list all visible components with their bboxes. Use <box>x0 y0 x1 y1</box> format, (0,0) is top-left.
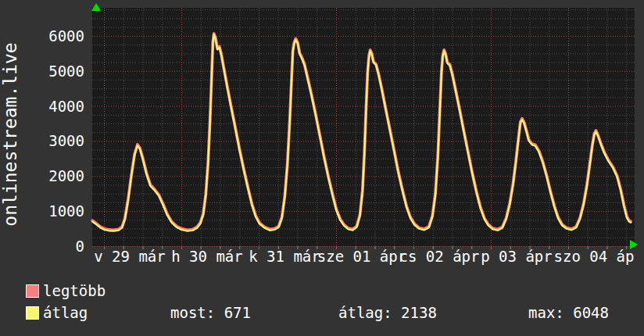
y-axis-label: 6000 <box>22 27 84 45</box>
legend-label-legtobb: legtöbb <box>43 282 106 299</box>
rrd-graph-window: onlinestream.live 6000500040003000200010… <box>0 0 644 336</box>
y-axis-label: 5000 <box>22 63 84 80</box>
x-axis-label: szo 04 áp <box>539 248 644 265</box>
plot-area <box>92 8 635 246</box>
x-axis-arrow-icon <box>630 240 638 249</box>
legend-swatch-atlag <box>26 306 39 320</box>
graph-title-vertical: onlinestream.live <box>0 5 20 263</box>
y-axis-arrow-icon <box>91 3 101 11</box>
stat-atlag: átlag: 2138 <box>338 304 437 321</box>
legend-label-atlag: átlag <box>43 304 88 321</box>
stat-max: max: 6048 <box>528 304 609 321</box>
y-axis-label: 1000 <box>22 202 84 220</box>
y-axis-label: 2000 <box>22 167 84 184</box>
y-axis-label: 4000 <box>22 98 84 115</box>
y-axis-label: 3000 <box>22 132 84 149</box>
chart-canvas <box>92 8 635 252</box>
legend-swatch-legtobb <box>26 284 39 298</box>
stat-most: most: 671 <box>170 304 251 321</box>
